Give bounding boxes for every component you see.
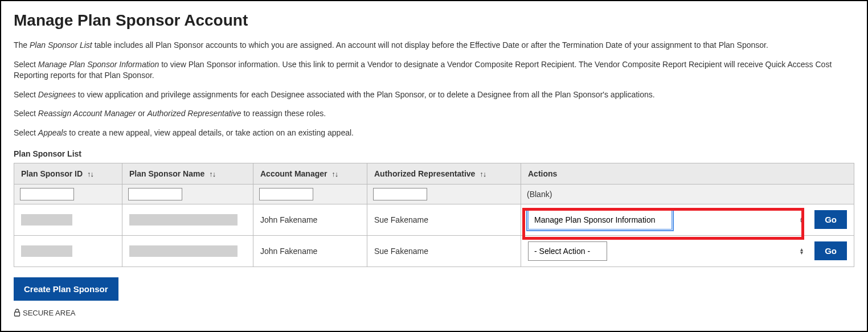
sort-icon[interactable]: ↑↓ — [87, 170, 93, 178]
action-select[interactable]: Manage Plan Sponsor Information — [528, 210, 672, 229]
table-header-row: Plan Sponsor ID ↑↓ Plan Sponsor Name ↑↓ … — [14, 163, 854, 184]
intro-p5: Select Appeals to create a new appeal, v… — [14, 128, 854, 139]
text: to create a new appeal, view appeal deta… — [67, 128, 354, 137]
go-button[interactable]: Go — [814, 241, 847, 260]
redacted-sponsor-name — [129, 214, 238, 226]
sort-icon[interactable]: ↑↓ — [209, 170, 215, 178]
cell-auth-rep: Sue Fakename — [367, 204, 521, 235]
text: The — [14, 40, 30, 50]
text: Select — [14, 109, 38, 118]
text-em: Appeals — [38, 128, 67, 137]
svg-rect-0 — [15, 312, 20, 316]
action-cell: Manage Plan Sponsor Information ▴▾ Go — [528, 210, 847, 229]
page-frame: Manage Plan Sponsor Account The Plan Spo… — [0, 0, 868, 332]
text: to reassign these roles. — [241, 109, 326, 118]
text-em: Designees — [38, 90, 76, 99]
cell-account-manager: John Fakename — [253, 204, 367, 235]
filter-auth-rep[interactable] — [373, 188, 427, 200]
header-label: Actions — [528, 169, 557, 178]
header-label: Authorized Representative — [374, 169, 475, 178]
page-title: Manage Plan Sponsor Account — [14, 11, 854, 30]
text-em: Authorized Representative — [148, 109, 241, 118]
text: to view application and privilege assign… — [76, 90, 655, 99]
cell-account-manager: John Fakename — [253, 235, 367, 267]
cell-auth-rep: Sue Fakename — [367, 235, 521, 267]
filter-sponsor-id[interactable] — [20, 188, 74, 200]
col-header-sponsor-id[interactable]: Plan Sponsor ID ↑↓ — [14, 163, 122, 184]
text: Select — [14, 128, 38, 137]
redacted-sponsor-id — [21, 214, 72, 226]
text: Select — [14, 60, 38, 69]
action-select[interactable]: - Select Action - — [528, 241, 607, 261]
create-plan-sponsor-button[interactable]: Create Plan Sponsor — [14, 277, 118, 301]
go-button[interactable]: Go — [814, 210, 847, 229]
intro-p4: Select Reassign Account Manager or Autho… — [14, 108, 854, 120]
col-header-sponsor-name[interactable]: Plan Sponsor Name ↑↓ — [122, 163, 253, 184]
secure-area-text: SECURE AREA — [23, 309, 75, 317]
text: Select — [14, 90, 38, 99]
table-caption: Plan Sponsor List — [14, 149, 854, 158]
action-cell: - Select Action - ▴▾ Go — [528, 241, 847, 261]
col-header-actions: Actions — [521, 163, 854, 184]
table-row: John Fakename Sue Fakename Manage Plan S… — [14, 204, 854, 235]
text-em: Reassign Account Manager — [38, 109, 136, 118]
sort-icon[interactable]: ↑↓ — [331, 170, 338, 178]
redacted-sponsor-id — [21, 245, 72, 257]
header-label: Plan Sponsor ID — [21, 169, 83, 178]
table-filter-row: (Blank) — [14, 184, 854, 204]
sort-icon[interactable]: ↑↓ — [480, 170, 486, 178]
intro-p2: Select Manage Plan Sponsor Information t… — [14, 59, 854, 81]
col-header-account-manager[interactable]: Account Manager ↑↓ — [253, 163, 367, 184]
text: table includes all Plan Sponsor accounts… — [92, 40, 768, 50]
chevron-updown-icon: ▴▾ — [800, 216, 803, 223]
redacted-sponsor-name — [129, 245, 238, 257]
table-row: John Fakename Sue Fakename - Select Acti… — [14, 235, 854, 267]
filter-account-manager[interactable] — [259, 188, 313, 200]
chevron-updown-icon: ▴▾ — [800, 248, 803, 255]
plan-sponsor-table: Plan Sponsor ID ↑↓ Plan Sponsor Name ↑↓ … — [14, 163, 854, 267]
header-label: Account Manager — [260, 169, 327, 178]
filter-actions-blank: (Blank) — [521, 184, 854, 204]
lock-icon — [14, 309, 21, 317]
intro-p1: The Plan Sponsor List table includes all… — [14, 40, 854, 51]
header-label: Plan Sponsor Name — [129, 169, 204, 178]
secure-area-label: SECURE AREA — [14, 309, 854, 317]
text: or — [136, 109, 147, 118]
intro-p3: Select Designees to view application and… — [14, 89, 854, 101]
text-em: Plan Sponsor List — [30, 40, 92, 50]
text-em: Manage Plan Sponsor Information — [38, 60, 159, 69]
intro-text: The Plan Sponsor List table includes all… — [14, 40, 854, 139]
filter-sponsor-name[interactable] — [128, 188, 182, 200]
col-header-auth-rep[interactable]: Authorized Representative ↑↓ — [367, 163, 521, 184]
